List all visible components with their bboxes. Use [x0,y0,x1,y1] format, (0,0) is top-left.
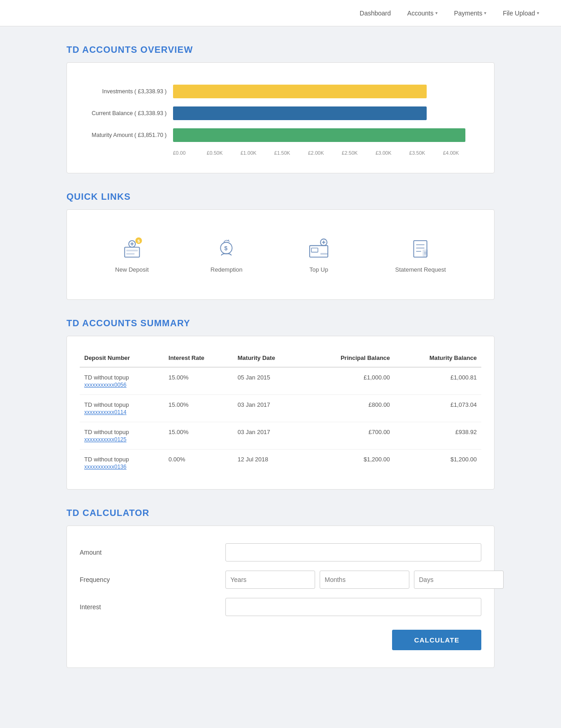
cell-maturity-date: 03 Jan 2017 [233,395,305,422]
chart-label-investments: Investments ( £3,338.93 ) [84,88,173,95]
axis-400k: £4.00K [443,150,477,156]
cell-interest-rate: 15.00% [164,395,233,422]
navigation: Dashboard Accounts ▾ Payments ▾ File Upl… [0,0,561,26]
days-input[interactable] [414,571,504,589]
quicklink-redemption-label: Redemption [210,266,242,273]
cell-maturity-date: 03 Jan 2017 [233,422,305,450]
main-content: TD ACCOUNTS OVERVIEW Investments ( £3,33… [57,26,504,704]
svg-rect-10 [310,246,328,257]
cell-deposit: TD without topup xxxxxxxxxxx0056 [80,367,164,395]
quicklink-new-deposit-label: New Deposit [115,266,149,273]
deposit-link[interactable]: xxxxxxxxxxx0125 [84,436,159,443]
table-row: TD without topup xxxxxxxxxxx0136 0.00% 1… [80,450,481,477]
deposit-link[interactable]: xxxxxxxxxxx0114 [84,409,159,415]
summary-table: Deposit Number Interest Rate Maturity Da… [80,349,481,476]
frequency-row: Frequency [80,571,481,589]
cell-maturity-balance: $1,200.00 [394,450,481,477]
svg-rect-2 [126,253,134,255]
interest-input[interactable] [225,598,481,616]
nav-payments[interactable]: Payments ▾ [446,0,495,26]
interest-row: Interest [80,598,481,616]
cell-maturity-date: 12 Jul 2018 [233,450,305,477]
svg-text:$: $ [137,238,140,243]
svg-rect-11 [311,248,318,252]
table-row: TD without topup xxxxxxxxxxx0056 15.00% … [80,367,481,395]
chart-bar-investments [173,85,427,98]
chart-x-axis: £0.00 £0.50K £1.00K £1.50K £2.00K £2.50K… [173,150,477,156]
axis-350k: £3.50K [409,150,443,156]
col-deposit-number: Deposit Number [80,349,164,367]
statement-request-icon [406,236,435,262]
cell-principal-balance: £700.00 [305,422,394,450]
overview-title: TD ACCOUNTS OVERVIEW [66,45,495,55]
frequency-inputs [225,571,504,589]
cell-maturity-balance: £1,073.04 [394,395,481,422]
quicklink-statement-request[interactable]: Statement Request [386,232,455,278]
amount-input[interactable] [225,543,481,561]
quicklinks-grid: $ New Deposit $ [80,222,481,287]
cell-deposit: TD without topup xxxxxxxxxxx0136 [80,450,164,477]
svg-rect-15 [321,253,328,255]
chart-bar-current-wrap [173,106,477,120]
quicklink-new-deposit[interactable]: $ New Deposit [106,232,158,278]
chart-label-current: Current Balance ( £3,338.93 ) [84,110,173,116]
cell-maturity-balance: £938.92 [394,422,481,450]
chart-bar-investments-wrap [173,85,477,98]
axis-250k: £2.50K [342,150,376,156]
cell-maturity-balance: £1,000.81 [394,367,481,395]
axis-150k: £1.50K [274,150,308,156]
calculator-card: Amount Frequency Interest CALC [66,526,495,668]
quicklink-statement-request-label: Statement Request [395,266,446,273]
nav-accounts[interactable]: Accounts ▾ [399,0,446,26]
cell-maturity-date: 05 Jan 2015 [233,367,305,395]
deposit-link[interactable]: xxxxxxxxxxx0136 [84,464,159,470]
overview-section: TD ACCOUNTS OVERVIEW Investments ( £3,33… [66,45,495,173]
cell-deposit: TD without topup xxxxxxxxxxx0125 [80,422,164,450]
cell-principal-balance: £1,000.00 [305,367,394,395]
quicklinks-section: QUICK LINKS $ [66,192,495,300]
frequency-label: Frequency [80,576,225,583]
chevron-down-icon: ▾ [484,10,486,15]
nav-dashboard[interactable]: Dashboard [352,0,399,26]
axis-0: £0.00 [173,150,207,156]
col-maturity-balance: Maturity Balance [394,349,481,367]
months-input[interactable] [320,571,409,589]
chart-row-current: Current Balance ( £3,338.93 ) [84,106,477,120]
summary-section: TD ACCOUNTS SUMMARY Deposit Number Inter… [66,318,495,490]
axis-300k: £3.00K [376,150,409,156]
cell-interest-rate: 15.00% [164,422,233,450]
cell-interest-rate: 0.00% [164,450,233,477]
svg-rect-1 [126,250,138,252]
calculator-title: TD CALCULATOR [66,508,495,518]
calculate-btn-row: CALCULATE [80,630,481,650]
chevron-down-icon: ▾ [537,10,539,15]
chart-row-investments: Investments ( £3,338.93 ) [84,85,477,98]
redemption-icon: $ [212,236,241,262]
years-input[interactable] [225,571,315,589]
new-deposit-icon: $ [117,236,147,262]
cell-interest-rate: 15.00% [164,367,233,395]
chart-row-maturity: Maturity Amount ( £3,851.70 ) [84,128,477,142]
top-up-icon [304,236,333,262]
chevron-down-icon: ▾ [435,10,438,15]
quicklink-top-up[interactable]: Top Up [295,232,342,278]
amount-row: Amount [80,543,481,561]
calculator-section: TD CALCULATOR Amount Frequency Interes [66,508,495,668]
interest-label: Interest [80,603,225,611]
quicklinks-card: $ New Deposit $ [66,209,495,300]
table-row: TD without topup xxxxxxxxxxx0114 15.00% … [80,395,481,422]
quicklink-redemption[interactable]: $ Redemption [201,232,251,278]
svg-text:$: $ [224,245,228,252]
chart-bar-current [173,106,427,120]
calculator-form: Amount Frequency Interest CALC [80,539,481,655]
deposit-link[interactable]: xxxxxxxxxxx0056 [84,382,159,388]
cell-principal-balance: $1,200.00 [305,450,394,477]
overview-chart: Investments ( £3,338.93 ) Current Balanc… [80,76,481,160]
col-maturity-date: Maturity Date [233,349,305,367]
cell-deposit: TD without topup xxxxxxxxxxx0114 [80,395,164,422]
svg-rect-0 [124,247,139,257]
amount-label: Amount [80,549,225,556]
nav-file-upload[interactable]: File Upload ▾ [495,0,547,26]
calculate-button[interactable]: CALCULATE [392,630,481,650]
chart-label-maturity: Maturity Amount ( £3,851.70 ) [84,132,173,138]
